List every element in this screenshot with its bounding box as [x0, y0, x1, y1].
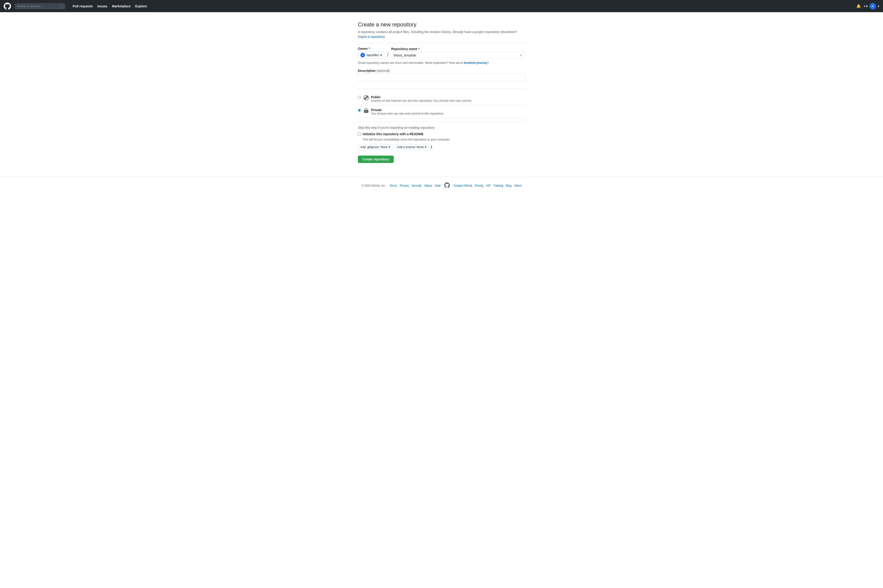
private-icon — [364, 108, 369, 114]
public-option: Public Anyone on the internet can see th… — [358, 93, 525, 105]
search-bar[interactable]: Search or jump to... / — [15, 3, 65, 9]
nav-issues[interactable]: Issues — [96, 3, 109, 9]
footer-pricing[interactable]: Pricing — [475, 184, 484, 187]
owner-avatar: n — [360, 53, 365, 57]
init-readme-desc: This will let you immediately clone the … — [363, 138, 525, 141]
footer-copyright: © 2020 GitHub, Inc. — [361, 184, 386, 187]
footer-training[interactable]: Training — [493, 184, 503, 187]
public-icon — [364, 95, 369, 102]
owner-group: Owner * n naruhiko ▾ — [358, 47, 384, 59]
plus-icon: + — [864, 4, 865, 8]
dropdown-row: Add .gitignore: None ▾ Add a license: No… — [358, 144, 525, 150]
gitignore-label: Add .gitignore: None — [360, 145, 388, 149]
private-title: Private — [371, 108, 444, 112]
page-subtitle: A repository contains all project files,… — [358, 30, 525, 39]
license-label: Add a license: None — [397, 145, 424, 149]
bell-icon: 🔔 — [856, 4, 861, 8]
public-desc: Anyone on the internet can see this repo… — [371, 99, 472, 102]
owner-required: * — [369, 47, 370, 51]
notifications-button[interactable]: 🔔 — [856, 3, 862, 9]
footer-github-logo — [444, 183, 450, 189]
gitignore-dropdown[interactable]: Add .gitignore: None ▾ — [358, 144, 393, 150]
owner-select[interactable]: n naruhiko ▾ — [358, 51, 384, 59]
search-text: Search or jump to... — [17, 4, 43, 8]
public-text: Public Anyone on the internet can see th… — [371, 95, 472, 102]
footer-status[interactable]: Status — [424, 184, 432, 187]
footer-right-links: Contact GitHub Pricing API Training Blog… — [453, 184, 522, 187]
public-radio[interactable] — [358, 96, 361, 99]
github-logo[interactable] — [4, 3, 11, 10]
avatar-chevron[interactable]: ▾ — [878, 4, 879, 8]
navbar-actions: 🔔 + ▾ n ▾ — [856, 3, 879, 9]
search-slash: / — [60, 4, 63, 8]
divider-init — [358, 122, 525, 122]
footer: © 2020 GitHub, Inc. Terms Privacy Securi… — [0, 177, 883, 195]
path-separator: / — [387, 52, 388, 59]
footer-privacy[interactable]: Privacy — [400, 184, 409, 187]
private-text: Private You choose who can see and commi… — [371, 108, 444, 115]
page-title: Create a new repository — [358, 21, 525, 28]
private-option: Private You choose who can see and commi… — [358, 105, 525, 118]
suggestion-link[interactable]: bookish-journey — [464, 61, 487, 64]
footer-security[interactable]: Security — [412, 184, 421, 187]
footer-blog[interactable]: Blog — [506, 184, 511, 187]
main-content: Create a new repository A repository con… — [354, 21, 529, 163]
nav-pull-requests[interactable]: Pull requests — [71, 3, 95, 9]
owner-repo-row: Owner * n naruhiko ▾ / Repository name *… — [358, 47, 525, 59]
avatar-initial: n — [872, 4, 873, 8]
user-avatar[interactable]: n — [869, 3, 876, 9]
license-dropdown[interactable]: Add a license: None ▾ — [395, 144, 429, 150]
import-link[interactable]: Import a repository. — [358, 35, 385, 39]
repo-name-wrapper: ✓ — [391, 52, 525, 59]
chevron-down-icon: ▾ — [866, 4, 868, 8]
navbar: Search or jump to... / Pull requests Iss… — [0, 0, 883, 12]
new-item-button[interactable]: + ▾ — [864, 4, 868, 8]
private-radio[interactable] — [358, 109, 361, 112]
subtitle-text: A repository contains all project files,… — [358, 30, 517, 34]
license-chevron: ▾ — [425, 145, 426, 149]
nav-explore[interactable]: Explore — [133, 3, 149, 9]
description-input[interactable] — [358, 74, 525, 81]
owner-dropdown-arrow: ▾ — [380, 53, 382, 57]
init-readme-label[interactable]: Initialize this repository with a README — [363, 132, 423, 136]
private-desc: You choose who can see and commit to thi… — [371, 112, 444, 115]
info-icon[interactable]: ℹ — [431, 145, 432, 149]
repo-name-input[interactable] — [394, 54, 518, 57]
main-nav: Pull requests Issues Marketplace Explore — [71, 3, 149, 9]
repo-required: * — [418, 47, 419, 51]
repo-name-group: Repository name * ✓ — [391, 47, 525, 59]
description-optional: (optional) — [376, 69, 390, 72]
init-readme-checkbox[interactable] — [358, 133, 361, 136]
name-suggestion: Great repository names are short and mem… — [358, 61, 525, 65]
footer-about[interactable]: About — [514, 184, 522, 187]
public-title: Public — [371, 95, 472, 99]
description-label: Description (optional) — [358, 69, 525, 72]
create-repository-button[interactable]: Create repository — [358, 156, 394, 163]
init-row: Initialize this repository with a README — [358, 132, 525, 136]
skip-text: Skip this step if you're importing an ex… — [358, 126, 525, 129]
gitignore-chevron: ▾ — [389, 145, 390, 149]
repo-name-label: Repository name * — [391, 47, 525, 51]
footer-help[interactable]: Help — [435, 184, 441, 187]
owner-label: Owner * — [358, 47, 384, 51]
footer-contact[interactable]: Contact GitHub — [453, 184, 472, 187]
divider-visibility — [358, 88, 525, 89]
footer-links: Terms Privacy Security Status Help — [390, 184, 441, 187]
footer-terms[interactable]: Terms — [390, 184, 397, 187]
divider-top — [358, 43, 525, 43]
check-icon: ✓ — [520, 53, 523, 57]
footer-api[interactable]: API — [486, 184, 490, 187]
owner-value: naruhiko — [366, 53, 379, 57]
nav-marketplace[interactable]: Marketplace — [110, 3, 132, 9]
description-group: Description (optional) — [358, 69, 525, 85]
